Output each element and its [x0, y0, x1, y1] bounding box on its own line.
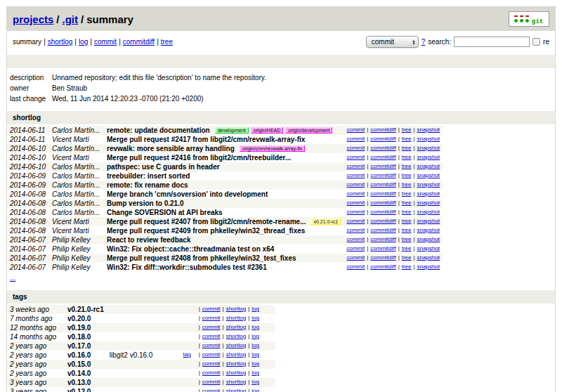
- nav-item-commitdiff[interactable]: commitdiff: [123, 38, 155, 46]
- commitdiff-link[interactable]: commitdiff: [370, 172, 396, 178]
- commit-title-link[interactable]: Win32: Fix object::cache::threadmania te…: [107, 245, 274, 253]
- snapshot-link[interactable]: snapshot: [417, 126, 440, 133]
- tree-link[interactable]: tree: [402, 190, 412, 197]
- tag-log-link[interactable]: log: [251, 306, 259, 312]
- regexp-checkbox[interactable]: [532, 38, 540, 46]
- tag-log-link[interactable]: log: [251, 360, 259, 367]
- search-help-link[interactable]: ?: [422, 38, 426, 46]
- ref-badge-head[interactable]: development: [215, 127, 249, 133]
- tag-log-link[interactable]: log: [251, 315, 259, 321]
- tag-name-link[interactable]: v0.12.0: [67, 388, 91, 392]
- commit-link[interactable]: commit: [346, 136, 365, 142]
- commitdiff-link[interactable]: commitdiff: [370, 190, 396, 197]
- tree-link[interactable]: tree: [402, 154, 412, 160]
- tree-link[interactable]: tree: [402, 181, 412, 188]
- commit-title-link[interactable]: remote: fix rename docs: [107, 181, 188, 189]
- git-logo[interactable]: git: [509, 11, 549, 27]
- tag-commit-link[interactable]: commit: [202, 379, 221, 385]
- snapshot-link[interactable]: snapshot: [417, 209, 440, 215]
- tree-link[interactable]: tree: [402, 163, 412, 169]
- tag-commit-link[interactable]: commit: [202, 333, 221, 339]
- nav-item-log[interactable]: log: [79, 38, 88, 46]
- commitdiff-link[interactable]: commitdiff: [370, 181, 396, 188]
- snapshot-link[interactable]: snapshot: [417, 236, 440, 242]
- tag-commit-link[interactable]: commit: [202, 342, 221, 348]
- ref-badge-tag[interactable]: v0.21.0-rc1: [311, 218, 341, 225]
- commitdiff-link[interactable]: commitdiff: [370, 136, 396, 142]
- tag-log-link[interactable]: log: [251, 379, 259, 385]
- commitdiff-link[interactable]: commitdiff: [370, 227, 396, 233]
- commitdiff-link[interactable]: commitdiff: [370, 236, 396, 242]
- snapshot-link[interactable]: snapshot: [417, 245, 440, 251]
- tree-link[interactable]: tree: [402, 245, 412, 251]
- nav-item-tree[interactable]: tree: [161, 38, 173, 46]
- nav-item-commit[interactable]: commit: [94, 38, 117, 46]
- tag-commit-link[interactable]: commit: [202, 306, 221, 312]
- tag-log-link[interactable]: log: [251, 333, 259, 339]
- commit-title-link[interactable]: Merge pull request #2416 from libgit2/cm…: [107, 154, 291, 162]
- tag-shortlog-link[interactable]: shortlog: [226, 351, 246, 358]
- commit-title-link[interactable]: Change SOVERSION at API breaks: [107, 209, 223, 216]
- tag-name-link[interactable]: v0.18.0: [67, 333, 91, 341]
- tag-name-link[interactable]: v0.14.0: [67, 370, 91, 377]
- commit-title-link[interactable]: Bump version to 0.21.0: [107, 200, 183, 207]
- tags-section-title[interactable]: tags: [7, 290, 555, 303]
- commitdiff-link[interactable]: commitdiff: [370, 245, 396, 251]
- tree-link[interactable]: tree: [402, 236, 412, 242]
- commit-link[interactable]: commit: [346, 209, 365, 215]
- tag-shortlog-link[interactable]: shortlog: [226, 315, 246, 321]
- breadcrumb-projects-link[interactable]: projects: [13, 13, 53, 25]
- snapshot-link[interactable]: snapshot: [417, 154, 440, 160]
- commit-link[interactable]: commit: [346, 154, 365, 160]
- commit-link[interactable]: commit: [346, 236, 365, 242]
- commitdiff-link[interactable]: commitdiff: [370, 145, 396, 151]
- snapshot-link[interactable]: snapshot: [417, 190, 440, 197]
- tree-link[interactable]: tree: [402, 254, 412, 261]
- snapshot-link[interactable]: snapshot: [417, 136, 440, 142]
- commitdiff-link[interactable]: commitdiff: [370, 154, 396, 160]
- snapshot-link[interactable]: snapshot: [417, 254, 440, 261]
- tree-link[interactable]: tree: [402, 126, 412, 133]
- tag-shortlog-link[interactable]: shortlog: [226, 324, 246, 330]
- tag-name-link[interactable]: v0.21.0-rc1: [67, 306, 104, 313]
- ref-badge-remote[interactable]: origin/cmn/revwalk-array-fix: [240, 145, 306, 152]
- tree-link[interactable]: tree: [402, 200, 412, 206]
- commit-link[interactable]: commit: [346, 126, 365, 133]
- commit-title-link[interactable]: React to review feedback: [107, 236, 191, 244]
- commit-title-link[interactable]: remote: update documentation: [107, 126, 210, 134]
- commit-title-link[interactable]: Merge pull request #2409 from phkelley/w…: [107, 227, 305, 235]
- ref-badge-remote[interactable]: origin/HEAD: [251, 127, 284, 133]
- tag-name-link[interactable]: v0.15.0: [67, 360, 91, 368]
- tag-log-link[interactable]: log: [251, 388, 259, 392]
- tag-log-link[interactable]: log: [251, 370, 259, 376]
- tag-name-link[interactable]: v0.13.0: [67, 379, 91, 386]
- snapshot-link[interactable]: snapshot: [417, 200, 440, 206]
- snapshot-link[interactable]: snapshot: [417, 145, 440, 151]
- commit-link[interactable]: commit: [346, 172, 365, 178]
- commitdiff-link[interactable]: commitdiff: [370, 218, 396, 224]
- tag-shortlog-link[interactable]: shortlog: [226, 379, 246, 385]
- tree-link[interactable]: tree: [402, 136, 412, 142]
- tag-name-link[interactable]: v0.19.0: [67, 324, 91, 332]
- tree-link[interactable]: tree: [402, 145, 412, 151]
- tag-shortlog-link[interactable]: shortlog: [226, 360, 246, 367]
- commitdiff-link[interactable]: commitdiff: [370, 254, 396, 261]
- tree-link[interactable]: tree: [402, 227, 412, 233]
- commitdiff-link[interactable]: commitdiff: [370, 209, 396, 215]
- nav-item-shortlog[interactable]: shortlog: [48, 38, 73, 46]
- commit-title-link[interactable]: pathspec: use C guards in header: [107, 163, 220, 171]
- commit-link[interactable]: commit: [346, 163, 365, 169]
- commit-link[interactable]: commit: [346, 245, 365, 251]
- shortlog-more-link[interactable]: ...: [10, 274, 15, 282]
- commitdiff-link[interactable]: commitdiff: [370, 200, 396, 206]
- search-scope-select[interactable]: commit ▲▼: [366, 36, 419, 48]
- tag-log-link[interactable]: log: [251, 342, 259, 348]
- tag-log-link[interactable]: log: [251, 351, 259, 358]
- tree-link[interactable]: tree: [402, 209, 412, 215]
- commit-link[interactable]: commit: [346, 263, 365, 270]
- commitdiff-link[interactable]: commitdiff: [370, 263, 396, 270]
- tag-commit-link[interactable]: commit: [202, 388, 221, 392]
- tag-commit-link[interactable]: commit: [202, 315, 221, 321]
- search-input[interactable]: [454, 37, 530, 47]
- commit-title-link[interactable]: Merge pull request #2408 from phkelley/w…: [107, 254, 296, 262]
